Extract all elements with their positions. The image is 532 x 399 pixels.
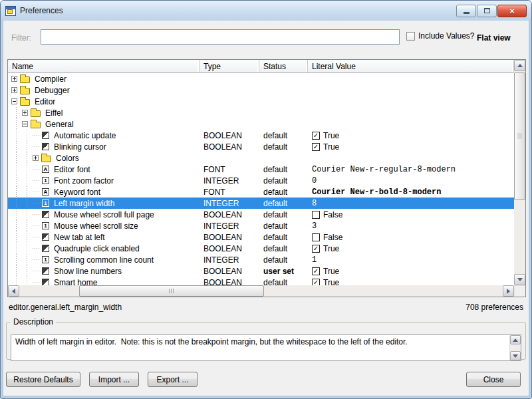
name-cell: Compiler: [8, 73, 200, 84]
dialog-client-area: Filter: Include Values? Flat view NameTy…: [3, 21, 529, 396]
vertical-scrollbar[interactable]: [514, 60, 525, 285]
include-values-checkbox[interactable]: Include Values?: [406, 31, 475, 41]
tree-row[interactable]: AEditor fontFONTdefaultCourier New-r-reg…: [8, 164, 514, 175]
value-text: True: [323, 278, 339, 286]
row-label: Colors: [55, 154, 80, 163]
value-text: 8: [312, 199, 317, 208]
value-checkbox[interactable]: ✓: [312, 245, 320, 253]
folder-icon: [20, 76, 30, 83]
horizontal-scroll-track[interactable]: [19, 285, 503, 297]
collapse-icon[interactable]: [22, 121, 28, 127]
folder-icon: [41, 156, 51, 162]
close-dialog-button[interactable]: Close: [466, 372, 521, 387]
name-cell: Mouse wheel scroll full page: [8, 209, 200, 220]
tree-row[interactable]: 1Mouse wheel scroll sizeINTEGERdefault3: [8, 220, 514, 231]
column-header-type[interactable]: Type: [200, 60, 259, 72]
tree-row[interactable]: Compiler: [8, 73, 514, 84]
checkbox-icon[interactable]: [406, 32, 415, 41]
value-checkbox[interactable]: ✓: [312, 132, 320, 140]
tree-guide-line: [11, 231, 22, 243]
minimize-button[interactable]: [456, 5, 476, 17]
value-text: False: [323, 210, 342, 219]
status-cell: default: [259, 277, 308, 285]
window-controls: ×: [456, 5, 527, 17]
export-button[interactable]: Export ...: [148, 372, 198, 387]
description-scroll-down-button[interactable]: [510, 351, 521, 360]
tree-guide-line: [22, 209, 33, 220]
tree-guide-line: [11, 141, 22, 152]
expand-icon[interactable]: [11, 76, 17, 82]
description-scroll-up-button[interactable]: [510, 335, 521, 344]
tree-guide-line: [22, 265, 33, 277]
tree-row[interactable]: Quadruple click enabledBOOLEANdefault✓Tr…: [8, 243, 514, 254]
value-checkbox[interactable]: [312, 211, 320, 219]
tree-row[interactable]: Smart homeBOOLEANdefault✓True: [8, 277, 514, 285]
value-checkbox[interactable]: ✓: [312, 143, 320, 151]
tree-row[interactable]: Automatic updateBOOLEANdefault✓True: [8, 130, 514, 141]
value-checkbox[interactable]: [312, 233, 320, 241]
tree-guide-line: [11, 130, 22, 141]
tree-guide-line: [22, 152, 33, 164]
boolean-icon: [42, 279, 49, 285]
tree-guide-line: [11, 265, 22, 277]
value-cell: False: [308, 231, 514, 243]
tree-row[interactable]: Eiffel: [8, 107, 514, 118]
tree-connector: [33, 164, 42, 175]
description-scrollbar[interactable]: [509, 335, 521, 360]
tree-row[interactable]: Editor: [8, 96, 514, 107]
row-label: Mouse wheel scroll size: [53, 221, 140, 231]
import-button[interactable]: Import ...: [89, 372, 139, 387]
flat-view-button[interactable]: Flat view: [477, 33, 511, 43]
scroll-right-button[interactable]: [503, 285, 514, 297]
tree-row[interactable]: Colors: [8, 152, 514, 164]
tree-row[interactable]: Mouse wheel scroll full pageBOOLEANdefau…: [8, 209, 514, 220]
scroll-up-button[interactable]: [514, 60, 525, 71]
column-header-literal-value[interactable]: Literal Value: [308, 60, 514, 72]
name-cell: Quadruple click enabled: [8, 243, 200, 254]
value-cell: [308, 96, 514, 107]
type-cell: [200, 96, 259, 107]
tree-guide-line: [22, 277, 33, 285]
collapse-icon[interactable]: [11, 98, 17, 104]
tree-row[interactable]: Debugger: [8, 84, 514, 96]
type-cell: [200, 73, 259, 84]
status-cell: default: [259, 220, 308, 231]
titlebar[interactable]: Preferences ×: [1, 1, 531, 21]
horizontal-scrollbar[interactable]: [8, 285, 514, 297]
description-text: Width of left margin in editor. Note: th…: [11, 335, 521, 348]
expand-icon[interactable]: [11, 87, 17, 93]
tree-row[interactable]: Blinking cursorBOOLEANdefault✓True: [8, 141, 514, 152]
vertical-scroll-track[interactable]: [514, 71, 525, 274]
tree-row[interactable]: 1Font zoom factorINTEGERdefault0: [8, 175, 514, 186]
filter-label: Filter:: [11, 33, 31, 43]
font-icon: A: [42, 166, 49, 173]
column-header-status[interactable]: Status: [259, 60, 308, 72]
close-button[interactable]: ×: [497, 5, 527, 17]
horizontal-scroll-thumb[interactable]: [79, 285, 264, 297]
expand-icon[interactable]: [33, 155, 39, 161]
tree-row[interactable]: 1Scrolling common line countINTEGERdefau…: [8, 254, 514, 265]
window-title: Preferences: [20, 6, 63, 15]
value-checkbox[interactable]: ✓: [312, 279, 320, 286]
column-header-name[interactable]: Name: [8, 60, 200, 72]
tree-connector: [33, 175, 42, 186]
boolean-icon: [42, 132, 49, 139]
status-cell: default: [259, 186, 308, 198]
expand-icon[interactable]: [22, 110, 28, 116]
tree-row[interactable]: AKeyword fontFONTdefaultCourier New-r-bo…: [8, 186, 514, 198]
status-cell: default: [259, 164, 308, 175]
scroll-left-button[interactable]: [8, 285, 19, 297]
value-cell: ✓True: [308, 141, 514, 152]
tree-guide-line: [22, 130, 33, 141]
restore-defaults-button[interactable]: Restore Defaults: [6, 372, 80, 387]
value-cell: ✓True: [308, 265, 514, 277]
value-checkbox[interactable]: ✓: [312, 267, 320, 275]
tree-row[interactable]: New tab at leftBOOLEANdefaultFalse: [8, 231, 514, 243]
tree-row[interactable]: General: [8, 118, 514, 130]
tree-row[interactable]: Show line numbersBOOLEANuser set✓True: [8, 265, 514, 277]
scroll-down-button[interactable]: [514, 274, 525, 285]
filter-input[interactable]: [41, 29, 400, 45]
vertical-scroll-thumb[interactable]: [514, 72, 525, 200]
maximize-button[interactable]: [477, 5, 497, 17]
tree-row[interactable]: 1Left margin widthINTEGERdefault8: [8, 198, 514, 209]
